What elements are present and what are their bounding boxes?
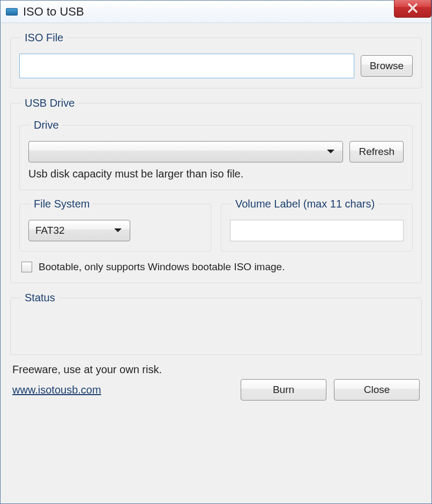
drive-select[interactable]: [28, 141, 343, 162]
volume-label-legend: Volume Label (max 11 chars): [232, 198, 378, 210]
filesystem-select-value: FAT32: [35, 225, 65, 236]
titlebar: ISO to USB: [1, 1, 431, 23]
app-icon: [6, 8, 18, 16]
window-close-button[interactable]: [394, 0, 431, 18]
close-icon: [407, 2, 419, 14]
status-group: Status: [10, 292, 422, 355]
iso-file-group: ISO File Browse: [10, 32, 422, 88]
refresh-button[interactable]: Refresh: [349, 141, 404, 162]
bootable-checkbox[interactable]: [21, 262, 32, 272]
website-link[interactable]: www.isotousb.com: [12, 384, 101, 396]
close-button[interactable]: Close: [334, 379, 420, 401]
filesystem-legend: File System: [31, 198, 93, 210]
chevron-down-icon: [326, 149, 335, 154]
chevron-down-icon: [114, 228, 122, 233]
filesystem-select[interactable]: FAT32: [28, 220, 130, 241]
iso-file-legend: ISO File: [21, 32, 66, 44]
usb-drive-legend: USB Drive: [21, 97, 78, 109]
filesystem-subgroup: File System FAT32: [19, 198, 211, 251]
status-legend: Status: [21, 292, 58, 304]
burn-button[interactable]: Burn: [241, 379, 326, 401]
window-title: ISO to USB: [23, 5, 84, 19]
app-window: ISO to USB ISO File Browse USB Drive Dri…: [0, 0, 432, 504]
usb-drive-group: USB Drive Drive Refresh Usb disk capacit…: [10, 97, 422, 283]
drive-hint: Usb disk capacity must be larger than is…: [28, 168, 404, 180]
client-area: ISO File Browse USB Drive Drive Refr: [1, 23, 431, 410]
status-text: [19, 314, 413, 345]
bootable-label: Bootable, only supports Windows bootable…: [39, 261, 285, 273]
drive-legend: Drive: [31, 119, 62, 131]
browse-button[interactable]: Browse: [361, 55, 413, 77]
disclaimer-text: Freeware, use at your own risk.: [12, 364, 420, 376]
volume-label-input[interactable]: [230, 220, 404, 241]
volume-label-subgroup: Volume Label (max 11 chars): [221, 198, 413, 251]
footer: Freeware, use at your own risk. www.isot…: [10, 364, 422, 401]
drive-subgroup: Drive Refresh Usb disk capacity must be …: [19, 119, 413, 190]
iso-path-input[interactable]: [19, 54, 354, 78]
